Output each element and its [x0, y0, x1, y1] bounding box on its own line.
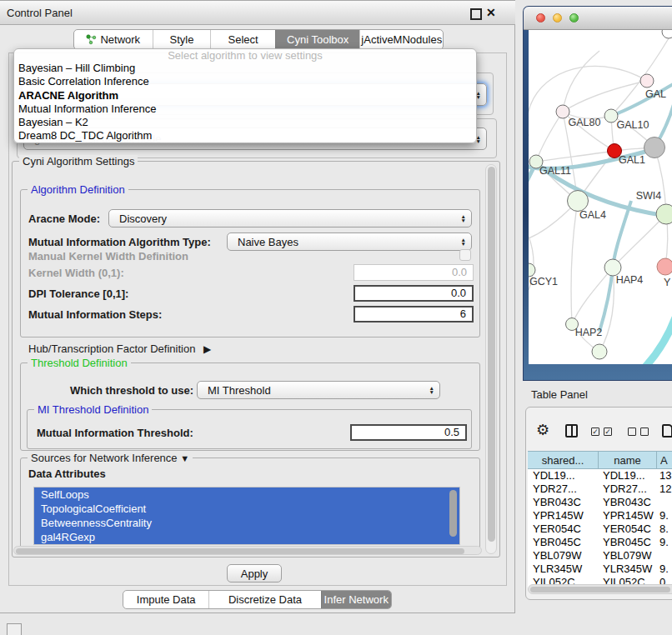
- close-traffic-light-icon[interactable]: [536, 13, 545, 22]
- list-item-betweennesscentrality[interactable]: BetweennessCentrality: [34, 516, 459, 530]
- float-window-icon[interactable]: [470, 8, 482, 20]
- which-threshold-combobox[interactable]: MI Threshold ▲▼: [197, 381, 440, 399]
- network-view-window[interactable]: GAL GAL80 GAL10 GAL1 GAL11 GAL4 SWI4 GCY…: [524, 7, 672, 380]
- settings-vertical-scrollbar[interactable]: [485, 164, 497, 554]
- tab-infer-network[interactable]: Infer Network: [321, 591, 391, 608]
- column-header-shared-name[interactable]: shared...: [528, 451, 599, 469]
- node-label: GAL10: [617, 119, 649, 131]
- node-gal4[interactable]: [568, 191, 589, 212]
- kernel-width-label: Kernel Width (0,1):: [28, 267, 124, 279]
- table-row[interactable]: YBR043C YBR043C: [528, 496, 672, 509]
- gear-icon[interactable]: ⚙: [536, 421, 549, 439]
- tab-network-label: Network: [100, 33, 140, 46]
- tab-discretize-data[interactable]: Discretize Data: [208, 591, 320, 608]
- data-attributes-list[interactable]: SelfLoops TopologicalCoefficient Between…: [33, 487, 460, 545]
- node-unlabeled[interactable]: [662, 30, 672, 38]
- list-item-gal4rgexp[interactable]: gal4RGexp: [34, 530, 459, 544]
- tab-style[interactable]: Style: [153, 30, 211, 49]
- columns-icon[interactable]: [565, 424, 578, 438]
- deselect-all-checkbox-icon[interactable]: [640, 428, 649, 436]
- tab-impute-data[interactable]: Impute Data: [123, 591, 208, 608]
- list-scrollbar-thumb[interactable]: [449, 490, 457, 537]
- mi-steps-field[interactable]: 6: [354, 306, 474, 322]
- mi-type-combobox[interactable]: Naive Bayes ▲▼: [227, 232, 472, 251]
- scrollbar-thumb[interactable]: [16, 548, 464, 554]
- hub-definition-toggle[interactable]: Hub/Transcription Factor Definition ▶: [28, 342, 211, 355]
- node-y[interactable]: [657, 258, 672, 275]
- table-horizontal-scrollbar[interactable]: [528, 584, 672, 594]
- data-attributes-label: Data Attributes: [28, 468, 106, 480]
- deselect-all-checkbox-icon[interactable]: [628, 428, 636, 436]
- table-row[interactable]: YBL079W YBL079W: [528, 549, 672, 562]
- popup-item-bayesian-hill-climbing[interactable]: Bayesian – Hill Climbing: [14, 62, 476, 75]
- table-panel-title: Table Panel: [531, 388, 588, 401]
- table-row[interactable]: YLR345W YLR345W 9.: [528, 562, 672, 576]
- tab-impute-data-label: Impute Data: [137, 593, 196, 606]
- scrollbar-thumb[interactable]: [530, 587, 670, 592]
- scrollbar-thumb[interactable]: [488, 167, 495, 542]
- aracne-mode-combobox[interactable]: Discovery ▲▼: [108, 209, 472, 228]
- mi-threshold-field[interactable]: 0.5: [350, 424, 467, 441]
- popup-item-mutual-information[interactable]: Mutual Information Inference: [14, 102, 476, 116]
- node-green-bottom[interactable]: [592, 344, 607, 359]
- table-row[interactable]: YBR045C YBR045C 9.: [528, 536, 672, 549]
- node-gray[interactable]: [644, 138, 665, 158]
- cell-shared-name: YBR043C: [533, 496, 596, 509]
- tab-select[interactable]: Select: [210, 30, 275, 49]
- aracne-mode-label: Aracne Mode:: [28, 212, 100, 225]
- node-swi4[interactable]: [656, 204, 672, 224]
- network-graph: GAL GAL80 GAL10 GAL1 GAL11 GAL4 SWI4 GCY…: [529, 30, 672, 364]
- cell-shared-name: YBL079W: [533, 549, 596, 562]
- select-all-checkbox-icon[interactable]: ✓: [604, 428, 612, 436]
- popup-item-aracne[interactable]: ARACNE Algorithm: [14, 89, 476, 102]
- apply-button-label: Apply: [241, 568, 268, 580]
- tab-infer-network-label: Infer Network: [324, 593, 389, 606]
- node-label: GAL80: [569, 117, 601, 128]
- minimized-panel-icon[interactable]: [7, 623, 22, 635]
- select-all-checkbox-icon[interactable]: ✓: [591, 428, 599, 436]
- table-row[interactable]: YDL19... YDL19... 13: [528, 469, 672, 482]
- tab-cyni-toolbox-label: Cyni Toolbox: [287, 33, 349, 46]
- zoom-traffic-light-icon[interactable]: [569, 13, 579, 22]
- cell-value: 12: [659, 482, 672, 496]
- close-icon[interactable]: ✕: [486, 6, 496, 19]
- network-canvas[interactable]: GAL GAL80 GAL10 GAL1 GAL11 GAL4 SWI4 GCY…: [529, 30, 672, 364]
- list-item-topologicalcoefficient[interactable]: TopologicalCoefficient: [34, 502, 459, 516]
- expand-right-icon: ▶: [203, 343, 211, 355]
- tab-cyni-toolbox[interactable]: Cyni Toolbox: [275, 30, 360, 49]
- node-label: Y: [664, 277, 671, 288]
- node-label: SWI4: [636, 190, 662, 202]
- document-icon[interactable]: [662, 424, 672, 438]
- control-panel-tabbar: Network Style Select Cyni Toolbox jActiv…: [73, 29, 444, 50]
- node-hap4[interactable]: [604, 259, 621, 276]
- table-row[interactable]: YER054C YER054C 8.: [528, 522, 672, 536]
- table-row[interactable]: YDR27... YDR27... 12: [528, 482, 672, 496]
- cell-name: YER054C: [603, 522, 654, 536]
- column-header-partial[interactable]: A: [657, 451, 672, 469]
- node-gal[interactable]: [640, 74, 654, 88]
- apply-button[interactable]: Apply: [227, 564, 282, 582]
- popup-placeholder: Select algorithm to view settings: [14, 49, 476, 62]
- manual-kernel-checkbox[interactable]: [459, 249, 471, 261]
- column-header-name[interactable]: name: [599, 451, 657, 469]
- cell-shared-name: YPR145W: [533, 509, 596, 522]
- minimize-traffic-light-icon[interactable]: [553, 13, 562, 22]
- mi-type-value: Naive Bayes: [238, 236, 298, 248]
- popup-item-dream8[interactable]: Dream8 DC_TDC Algorithm: [14, 129, 476, 142]
- cell-value: 9.: [659, 562, 672, 576]
- list-item-selfloops[interactable]: SelfLoops: [34, 488, 459, 502]
- dpi-tolerance-field[interactable]: 0.0: [354, 285, 474, 302]
- tab-network[interactable]: Network: [74, 30, 153, 49]
- node-gcy1[interactable]: [529, 263, 535, 277]
- sources-group-title[interactable]: Sources for Network Inference ▼: [28, 452, 193, 464]
- which-threshold-value: MI Threshold: [208, 384, 271, 397]
- network-window-titlebar[interactable]: [524, 7, 672, 30]
- expand-down-icon: ▼: [180, 453, 189, 463]
- table-row[interactable]: YPR145W YPR145W 9.: [528, 509, 672, 522]
- popup-item-basic-correlation[interactable]: Basic Correlation Inference: [14, 75, 476, 88]
- network-icon: [86, 34, 97, 45]
- tab-jactivemnodules[interactable]: jActiveMNodules: [359, 30, 443, 49]
- popup-item-bayesian-k2[interactable]: Bayesian – K2: [14, 116, 476, 129]
- settings-horizontal-scrollbar[interactable]: [13, 546, 482, 555]
- kernel-width-field[interactable]: 0.0: [354, 264, 474, 281]
